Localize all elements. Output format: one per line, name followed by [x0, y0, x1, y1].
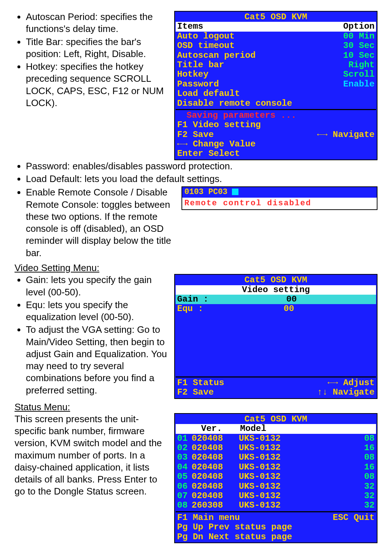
- status-row: 07020408UKS-013232: [176, 491, 376, 501]
- bullet-equ: Equ: lets you specify the equalization l…: [26, 299, 170, 323]
- bullet-gain: Gain: lets you specify the gain level (0…: [26, 274, 170, 298]
- osd-options-menu: Cat5 OSD KVM Items Option Auto logout00 …: [174, 11, 377, 160]
- status-row: 02020408UKS-013216: [176, 443, 376, 453]
- osd-header: Items Option: [176, 22, 376, 31]
- osd-row: Disable remote console: [176, 99, 376, 108]
- status-menu-body: This screen presents the unit-specific b…: [15, 413, 170, 498]
- status-row: 06020408UKS-013232: [176, 482, 376, 491]
- osd2-sub: Video setting: [176, 285, 376, 295]
- osd-video-setting: Cat5 OSD KVM Video setting Gain : 00 Equ…: [174, 274, 377, 399]
- status-menu-heading: Status Menu:: [15, 401, 377, 413]
- osd-row: OSD timeout30 Sec: [176, 41, 376, 51]
- osd-row: HotkeyScroll: [176, 70, 376, 79]
- osd-status: Saving parameters ...: [176, 111, 376, 120]
- osd-f1: F1 Video setting: [176, 120, 376, 130]
- osd3-header: Ver. Model: [176, 424, 376, 433]
- osd2-gain-row: Gain : 00: [176, 295, 376, 304]
- status-row: 05020408UKS-013208: [176, 472, 376, 481]
- osd-remote-disabled: 0103 PC03 Remote control disabled: [181, 186, 377, 210]
- osd3-pgup: Pg Up Prev status page: [176, 522, 376, 532]
- bullet-loaddefault: Load Default: lets you load the default …: [26, 173, 377, 185]
- remote-disabled-msg: Remote control disabled: [182, 198, 377, 209]
- osd3-title: Cat5 OSD KVM: [176, 415, 376, 424]
- status-row: 01020408UKS-013208: [176, 434, 376, 443]
- osd-row: Auto logout00 Min: [176, 32, 376, 41]
- bullet-remoteconsole: Enable Remote Console / Disable Remote C…: [26, 186, 177, 259]
- osd-row: Title barRight: [176, 60, 376, 70]
- osd-change: ←→ Change Value: [176, 140, 376, 149]
- bullet-vga: To adjust the VGA setting: Go to Main/Vi…: [26, 324, 170, 396]
- status-row: 08260308UKS-013232: [176, 501, 376, 510]
- osd-row: Load default: [176, 89, 376, 98]
- bullet-autoscan: Autoscan Period: specifies the functions…: [26, 11, 170, 35]
- bullet-password: Password: enables/disables password prot…: [26, 160, 377, 172]
- osd2-title: Cat5 OSD KVM: [176, 275, 376, 285]
- status-row: 04020408UKS-013216: [176, 463, 376, 472]
- osd-enter: Enter Select: [176, 149, 376, 158]
- osd-status-menu: Cat5 OSD KVM Ver. Model 01020408UKS-0132…: [174, 413, 377, 543]
- osd2-equ-row: Equ : 00: [176, 304, 376, 314]
- cursor-icon: [232, 189, 238, 195]
- bullet-titlebar: Title Bar: specifies the bar's position:…: [26, 36, 170, 60]
- osd-row: PasswordEnable: [176, 80, 376, 89]
- bullet-hotkey: Hotkey: specifies the hotkey preceding s…: [26, 61, 170, 109]
- osd-row: Autoscan period10 Sec: [176, 51, 376, 60]
- video-setting-heading: Video Setting Menu:: [15, 262, 377, 274]
- status-row: 03020408UKS-013208: [176, 453, 376, 462]
- osd-title: Cat5 OSD KVM: [176, 12, 376, 22]
- osd3-pgdn: Pg Dn Next status page: [176, 532, 376, 542]
